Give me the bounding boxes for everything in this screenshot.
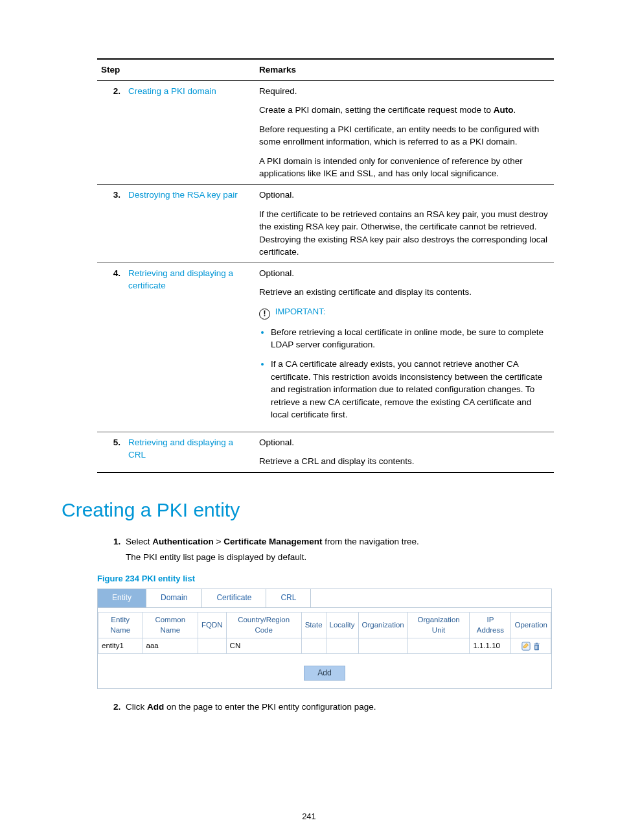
col-country: Country/Region Code xyxy=(226,612,301,638)
tab-bar: Entity Domain Certificate CRL xyxy=(98,589,551,607)
figure-screenshot: Entity Domain Certificate CRL Entity Nam… xyxy=(97,589,552,689)
edit-icon[interactable] xyxy=(521,642,531,651)
col-entity-name: Entity Name xyxy=(98,612,143,638)
procedure-list-cont: Click Add on the page to enter the PKI e… xyxy=(97,701,556,714)
col-ip: IP Address xyxy=(470,612,511,638)
col-org: Organization xyxy=(358,612,407,638)
tab-domain[interactable]: Domain xyxy=(146,589,202,607)
col-org-unit: Organization Unit xyxy=(407,612,470,638)
link-creating-pki-domain[interactable]: Creating a PKI domain xyxy=(128,86,216,96)
col-fqdn: FQDN xyxy=(198,612,226,638)
header-remarks: Remarks xyxy=(255,59,554,80)
table-row: 2. Creating a PKI domain Required. Creat… xyxy=(97,80,554,184)
link-retrieve-cert[interactable]: Retrieving and displaying a certificate xyxy=(128,268,233,291)
link-destroying-rsa[interactable]: Destroying the RSA key pair xyxy=(128,190,238,200)
col-common-name: Common Name xyxy=(143,612,198,638)
tab-entity[interactable]: Entity xyxy=(98,589,146,607)
procedure-step: Click Add on the page to enter the PKI e… xyxy=(123,701,556,714)
steps-table: Step Remarks 2. Creating a PKI domain Re… xyxy=(97,58,554,473)
tab-certificate[interactable]: Certificate xyxy=(202,589,266,607)
delete-icon[interactable] xyxy=(532,642,541,651)
col-locality: Locality xyxy=(326,612,358,638)
grid-row: entity1 aaa CN 1.1.1.10 xyxy=(98,638,551,654)
important-label: IMPORTANT: xyxy=(275,307,326,316)
entity-grid: Entity Name Common Name FQDN Country/Reg… xyxy=(98,612,551,654)
page-number: 241 xyxy=(62,811,556,823)
procedure-list: Select Authentication > Certificate Mana… xyxy=(97,535,556,563)
table-row: 5. Retrieving and displaying a CRL Optio… xyxy=(97,432,554,472)
col-operation: Operation xyxy=(511,612,551,638)
col-state: State xyxy=(301,612,326,638)
table-row: 3. Destroying the RSA key pair Optional.… xyxy=(97,184,554,262)
table-row: 4. Retrieving and displaying a certifica… xyxy=(97,262,554,432)
link-retrieve-crl[interactable]: Retrieving and displaying a CRL xyxy=(128,438,233,460)
important-icon: ! xyxy=(259,309,270,320)
section-title: Creating a PKI entity xyxy=(62,496,556,524)
header-step: Step xyxy=(97,59,255,80)
tab-crl[interactable]: CRL xyxy=(266,589,311,607)
procedure-step: Select Authentication > Certificate Mana… xyxy=(123,535,556,563)
figure-caption: Figure 234 PKI entity list xyxy=(97,573,556,585)
add-button[interactable]: Add xyxy=(304,666,345,681)
